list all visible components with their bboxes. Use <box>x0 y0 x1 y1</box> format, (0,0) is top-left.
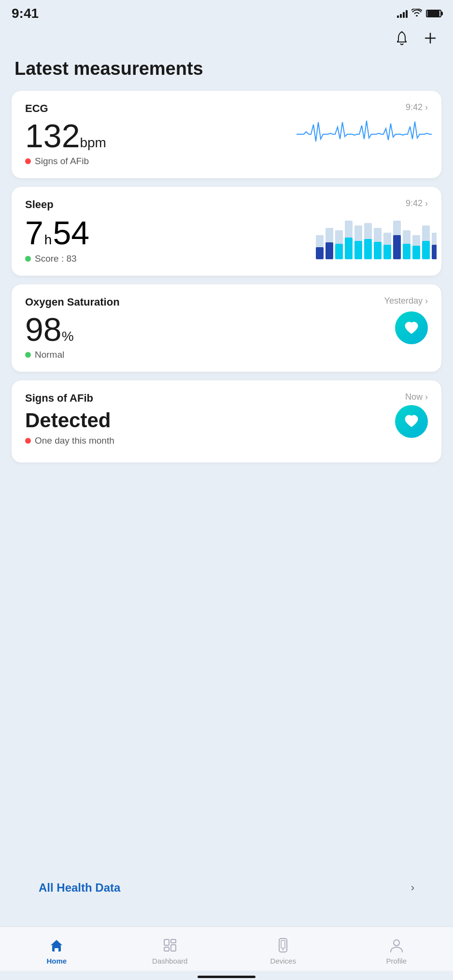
ecg-status-dot <box>25 158 31 164</box>
nav-devices-label: Devices <box>270 957 296 965</box>
cards-container: ECG 9:42 › 132bpm Signs of AFib Sleep 9:… <box>0 91 453 859</box>
devices-icon <box>274 937 292 954</box>
oxygen-value: 98% <box>25 311 428 348</box>
oxygen-status-dot <box>25 352 31 358</box>
add-button[interactable] <box>422 30 439 50</box>
bottom-nav: Home Dashboard Devices Profile <box>0 926 453 971</box>
sleep-status-dot <box>25 256 31 262</box>
svg-rect-10 <box>345 238 353 259</box>
afib-value: Detected <box>25 409 428 432</box>
status-time: 9:41 <box>12 6 39 21</box>
svg-rect-8 <box>335 244 343 259</box>
sleep-label: Sleep <box>25 198 54 211</box>
home-icon <box>48 937 65 954</box>
svg-rect-18 <box>383 245 391 259</box>
nav-dashboard[interactable]: Dashboard <box>113 935 227 967</box>
oxygen-time: Yesterday › <box>384 296 428 306</box>
svg-rect-20 <box>393 235 401 259</box>
notification-button[interactable] <box>393 29 411 51</box>
all-health-label: All Health Data <box>39 881 120 895</box>
svg-rect-14 <box>364 239 372 259</box>
afib-label: Signs of AFib <box>25 392 93 405</box>
top-actions <box>0 25 453 58</box>
all-health-section[interactable]: All Health Data › <box>0 859 453 917</box>
oxygen-label: Oxygen Saturation <box>25 296 120 308</box>
oxygen-card[interactable]: Oxygen Saturation Yesterday › 98% Normal <box>12 284 441 372</box>
svg-rect-36 <box>281 940 285 948</box>
nav-dashboard-label: Dashboard <box>152 957 187 965</box>
nav-home[interactable]: Home <box>0 935 113 967</box>
svg-rect-6 <box>326 242 333 259</box>
svg-point-37 <box>283 949 284 951</box>
page-title: Latest measurements <box>0 58 453 91</box>
afib-heart-icon <box>395 405 428 438</box>
svg-rect-22 <box>403 244 411 259</box>
afib-time: Now › <box>405 392 428 402</box>
ecg-status: Signs of AFib <box>25 156 428 167</box>
nav-profile-label: Profile <box>386 957 407 965</box>
nav-devices[interactable]: Devices <box>226 935 340 967</box>
nav-home-label: Home <box>46 957 67 965</box>
oxygen-status: Normal <box>25 350 428 360</box>
ecg-label: ECG <box>25 102 48 115</box>
status-bar: 9:41 <box>0 0 453 25</box>
svg-rect-24 <box>412 246 420 259</box>
signal-icon <box>397 9 408 18</box>
oxygen-heart-icon <box>395 311 428 344</box>
profile-icon <box>388 937 405 954</box>
all-health-card[interactable]: All Health Data › <box>23 868 430 908</box>
ecg-time: 9:42 › <box>406 102 428 112</box>
svg-rect-26 <box>422 241 430 259</box>
ecg-chart <box>297 115 432 149</box>
dashboard-icon <box>161 937 179 954</box>
sleep-card[interactable]: Sleep 9:42 › 7 h 54 Score : 83 <box>12 187 441 276</box>
svg-rect-30 <box>55 948 58 952</box>
svg-point-38 <box>394 940 399 946</box>
svg-rect-12 <box>354 241 362 259</box>
svg-rect-16 <box>374 242 382 259</box>
afib-card[interactable]: Signs of AFib Now › Detected One day thi… <box>12 380 441 462</box>
svg-rect-4 <box>316 247 324 259</box>
home-indicator <box>198 976 255 978</box>
sleep-chart <box>316 206 437 259</box>
svg-rect-31 <box>164 939 169 945</box>
all-health-chevron: › <box>411 882 414 894</box>
wifi-icon <box>411 9 422 19</box>
svg-rect-28 <box>432 245 437 259</box>
svg-rect-34 <box>171 945 176 951</box>
svg-point-0 <box>401 31 403 33</box>
afib-status: One day this month <box>25 435 428 446</box>
svg-rect-33 <box>164 947 169 951</box>
svg-rect-32 <box>171 939 176 943</box>
status-icons <box>397 9 441 19</box>
battery-icon <box>426 10 441 17</box>
ecg-card[interactable]: ECG 9:42 › 132bpm Signs of AFib <box>12 91 441 178</box>
afib-status-dot <box>25 438 31 444</box>
nav-profile[interactable]: Profile <box>340 935 453 967</box>
